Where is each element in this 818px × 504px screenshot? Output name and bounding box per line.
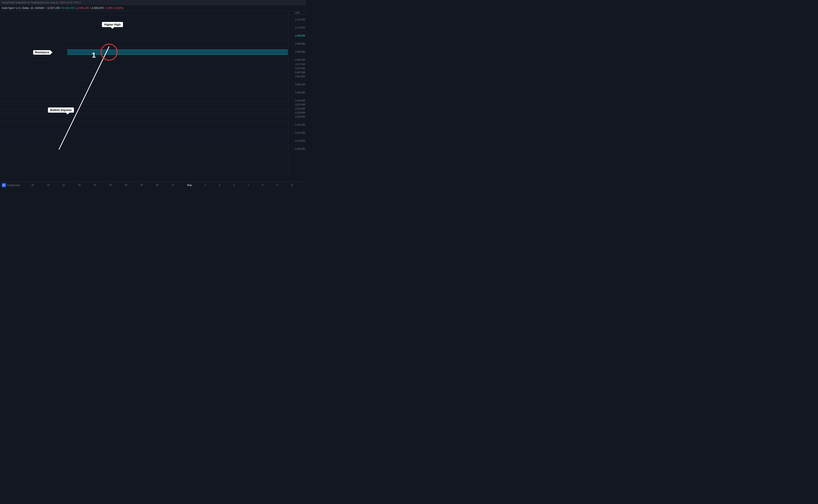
price-2055: 2,055.000 bbox=[295, 83, 305, 86]
price-2067: 2,067.000 bbox=[295, 71, 305, 74]
resistance-band bbox=[67, 50, 288, 55]
tradingview-logo: TV TradingView bbox=[2, 183, 20, 187]
bottom-bar: TV TradingView 18 19 22 23 24 25 26 29 3… bbox=[0, 182, 306, 188]
tv-logo-icon: TV bbox=[2, 183, 6, 187]
time-19: 19 bbox=[47, 184, 49, 186]
time-7: 7 bbox=[248, 184, 249, 186]
price-2009: 2,009.000 bbox=[295, 148, 305, 150]
time-25: 25 bbox=[109, 184, 112, 186]
price-2072: 2,072.000 bbox=[295, 67, 305, 70]
price-axis-label: USD bbox=[288, 11, 306, 15]
change-value: -0.455 (-0.02%) bbox=[105, 6, 123, 10]
time-2: 2 bbox=[204, 184, 206, 186]
time-24: 24 bbox=[94, 184, 96, 186]
price-2043: 2,043.000 bbox=[295, 99, 305, 102]
price-2037: 2,037.000 bbox=[295, 103, 305, 106]
time-29: 29 bbox=[140, 184, 143, 186]
price-2061: 2,061.000 bbox=[295, 75, 305, 78]
l-label: L2,505.245 bbox=[75, 6, 89, 10]
price-2090: 2,090.000 bbox=[295, 51, 305, 53]
price-2114: 2,114.000 bbox=[295, 26, 305, 29]
instrument-bar: Gold Spot / U.S. Dollar, 1h, OANDA O2,50… bbox=[0, 5, 306, 11]
chart-main: Higher High Resistance 1 Bullish Impulse bbox=[0, 11, 288, 182]
price-2021: 2,021.000 bbox=[295, 124, 305, 126]
time-aug: Aug bbox=[187, 184, 191, 186]
price-2077: 2,077.000 bbox=[295, 63, 305, 66]
price-2082: 2,082.000 bbox=[295, 59, 305, 61]
time-8: 8 bbox=[262, 184, 263, 186]
price-2029: 2,029.000 bbox=[295, 112, 305, 114]
price-2122: 2,122.000 bbox=[295, 18, 305, 21]
time-9: 9 bbox=[276, 184, 278, 186]
chart-svg bbox=[0, 11, 288, 182]
time-23: 23 bbox=[78, 184, 81, 186]
time-18: 18 bbox=[31, 184, 34, 186]
price-2106: 2,106.000 bbox=[295, 34, 305, 37]
time-26: 26 bbox=[125, 184, 127, 186]
price-2025: 2,025.000 bbox=[295, 116, 305, 118]
top-bar: VasilyTrader published on TradingView.co… bbox=[0, 0, 306, 5]
price-2098: 2,098.000 bbox=[295, 43, 305, 45]
price-axis: USD 2,122.000 2,114.000 2,106.000 2,098.… bbox=[288, 11, 306, 182]
price-2017: 2,017.000 bbox=[295, 132, 305, 134]
c-label: C2,506.870 bbox=[90, 6, 104, 10]
h-label: H2,508.060 bbox=[61, 6, 75, 10]
time-30: 30 bbox=[156, 184, 158, 186]
time-22: 22 bbox=[62, 184, 65, 186]
price-2033: 2,033.000 bbox=[295, 107, 305, 110]
tv-logo-text: TradingView bbox=[7, 184, 20, 187]
instrument-name: Gold Spot / U.S. Dollar, 1h, OANDA bbox=[2, 6, 44, 10]
price-2013: 2,013.000 bbox=[295, 140, 305, 142]
price-2049: 2,049.000 bbox=[295, 91, 305, 94]
o-label: O2,507.235 bbox=[46, 6, 60, 10]
chart-area: Higher High Resistance 1 Bullish Impulse… bbox=[0, 11, 306, 182]
time-31: 31 bbox=[172, 184, 174, 186]
impulse-line bbox=[59, 47, 109, 150]
time-5: 5 bbox=[219, 184, 220, 186]
time-6: 6 bbox=[233, 184, 234, 186]
top-bar-text: VasilyTrader published on TradingView.co… bbox=[2, 1, 81, 4]
